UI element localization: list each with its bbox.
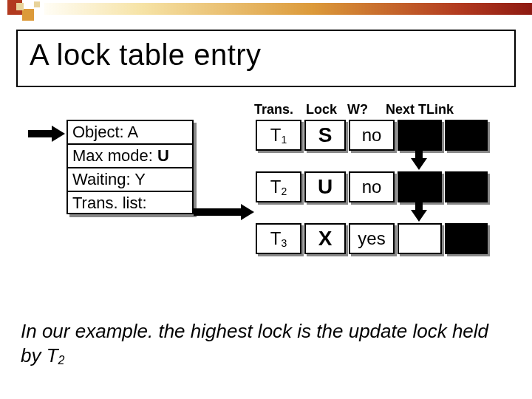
arrow-translist-icon — [194, 205, 254, 219]
cell-w: yes — [349, 223, 395, 254]
waiting-row: Waiting: Y — [68, 168, 192, 192]
trans-row: T1 S no — [256, 120, 492, 151]
maxmode-value: U — [157, 146, 169, 165]
top-decoration — [0, 0, 532, 21]
arrow-to-object-icon — [28, 127, 65, 140]
object-row: Object: A — [68, 121, 192, 145]
arrow-down-icon — [412, 124, 426, 170]
caption-t2: T2 — [47, 344, 65, 366]
title-box: A lock table entry — [16, 30, 516, 87]
cell-trans: T2 — [256, 171, 301, 202]
square-icon — [22, 9, 34, 21]
cell-w: no — [349, 171, 395, 202]
col-header-lock: Lock — [306, 102, 337, 117]
cell-lock: X — [304, 223, 346, 254]
cell-trans: T1 — [256, 120, 301, 151]
square-icon — [16, 3, 24, 10]
caption-text: In our example. the highest lock is the … — [21, 320, 488, 366]
cell-lock: S — [304, 120, 346, 151]
square-icon — [34, 1, 40, 7]
maxmode-prefix: Max mode: — [72, 146, 157, 165]
col-header-trans: Trans. — [254, 102, 293, 117]
slide: A lock table entry Object: A Max mode: U… — [0, 0, 532, 399]
maxmode-row: Max mode: U — [68, 145, 192, 168]
cell-lock: U — [304, 171, 346, 202]
arrow-down-icon — [412, 176, 426, 222]
cell-w: no — [349, 120, 395, 151]
gradient-bar — [44, 3, 532, 15]
cell-extra — [445, 223, 488, 254]
cell-extra — [445, 171, 488, 202]
slide-title: A lock table entry — [30, 38, 262, 71]
cell-nexttlink — [398, 223, 442, 254]
lock-entry-box: Object: A Max mode: U Waiting: Y Trans. … — [66, 120, 194, 214]
cell-trans: T3 — [256, 223, 301, 254]
caption: In our example. the highest lock is the … — [21, 319, 508, 368]
translist-row: Trans. list: — [68, 192, 192, 214]
col-header-nexttlink: Next TLink — [386, 102, 454, 117]
trans-row: T3 X yes — [256, 223, 492, 254]
trans-row: T2 U no — [256, 171, 492, 202]
cell-extra — [445, 120, 488, 151]
col-header-w: W? — [347, 102, 368, 117]
